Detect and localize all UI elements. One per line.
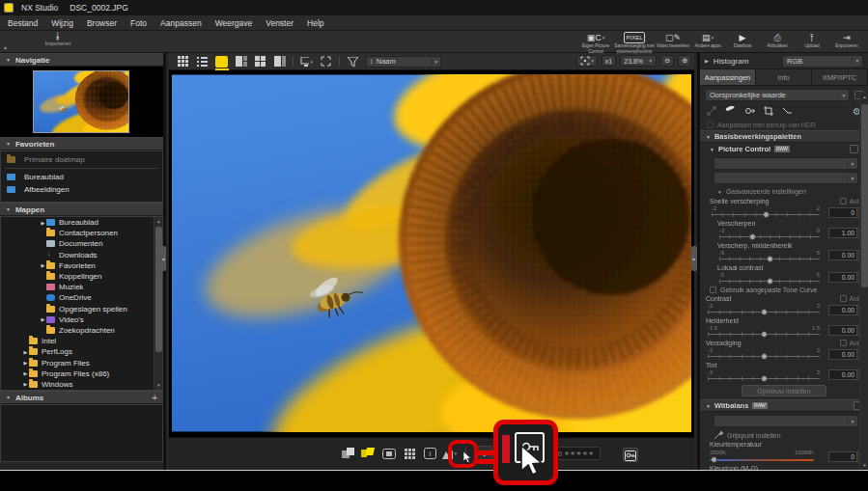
slider-track[interactable]: [717, 233, 822, 240]
info-overlay-icon[interactable]: i: [423, 447, 437, 460]
slider-thumb[interactable]: [761, 331, 768, 338]
auto-checkbox[interactable]: [840, 295, 847, 302]
image-filmstrip-view-icon[interactable]: [235, 56, 247, 68]
albums-header[interactable]: ▼ Albums +: [0, 391, 163, 404]
inspector-scrollbar[interactable]: ▲ ▼: [859, 93, 868, 470]
rating-control[interactable]: 0 ★★★★★: [554, 447, 601, 460]
print-button[interactable]: ⎙ Afdrukken: [760, 32, 795, 48]
witbalans-dropdown[interactable]: ▼: [714, 415, 858, 427]
import-button[interactable]: ⭳ Importeren: [37, 32, 79, 46]
slider-track[interactable]: [706, 309, 822, 315]
basis-section-header[interactable]: ▼ Basisbewerkingspaletten: [700, 130, 868, 143]
second-display-icon[interactable]: ▾: [300, 56, 313, 68]
histogram-channel-dropdown[interactable]: RGB▼: [782, 55, 863, 68]
hdr-checkbox[interactable]: [707, 122, 714, 128]
image-view-icon-active[interactable]: [215, 56, 228, 68]
aspect-frame-icon[interactable]: [381, 447, 396, 460]
menu-weergave[interactable]: Weergave: [215, 18, 253, 28]
menu-wijzig[interactable]: Wijzig: [51, 18, 73, 28]
picture-control-dropdown-1[interactable]: ▼: [714, 157, 858, 170]
tab-xmp-iptc[interactable]: XMP/IPTC: [812, 69, 868, 85]
toolbar-collapse-icon[interactable]: ▲: [3, 44, 8, 50]
favorite-pictures[interactable]: Afbeeldingen: [1, 183, 162, 196]
thumbnail-grid-view-icon[interactable]: [177, 56, 189, 68]
folder-tree-scrollbar[interactable]: ▲ ▼: [154, 217, 162, 390]
add-album-button[interactable]: +: [152, 393, 157, 403]
value-input[interactable]: 0: [828, 451, 857, 462]
tone-curve-checkbox[interactable]: [710, 286, 716, 293]
menu-browser[interactable]: Browser: [87, 18, 117, 28]
color-control-point-icon[interactable]: [744, 102, 755, 120]
advanced-settings-header[interactable]: ▼ Geavanceerde instellingen: [700, 186, 868, 197]
slider-thumb[interactable]: [763, 211, 770, 218]
value-input[interactable]: 0.00: [828, 272, 857, 283]
folder-row-windows[interactable]: ▶Windows: [1, 379, 162, 390]
slider-thumb[interactable]: [711, 456, 717, 463]
value-input[interactable]: 0.00: [828, 369, 857, 380]
picture-control-dropdown-2[interactable]: ▼: [714, 172, 858, 184]
folder-row-contactpersonen[interactable]: Contactpersonen: [1, 228, 162, 238]
sort-dropdown[interactable]: ↕ Naam ▼: [366, 56, 441, 68]
transform-icon[interactable]: [707, 102, 716, 120]
picture-control-header[interactable]: ▼ Picture Control RAW: [700, 143, 868, 155]
folder-row-intel[interactable]: Intel: [1, 336, 162, 346]
scroll-up-icon[interactable]: ▲: [154, 217, 163, 226]
fullscreen-icon[interactable]: [320, 56, 332, 68]
crop-icon[interactable]: [764, 102, 773, 120]
sidebar-splitter-handle[interactable]: ◀: [160, 246, 166, 271]
inspector-splitter-handle[interactable]: ▶: [691, 246, 697, 271]
slider-thumb[interactable]: [761, 375, 768, 382]
value-input[interactable]: 0: [828, 207, 857, 218]
scroll-down-icon[interactable]: ▼: [154, 381, 163, 390]
folder-row-program-files-x86[interactable]: ▶Program Files (x86): [1, 368, 162, 379]
list-view-icon[interactable]: [196, 56, 209, 68]
zoom-out-button[interactable]: ⊖: [660, 55, 674, 67]
export-button[interactable]: ⇥ Exporteren: [829, 32, 864, 48]
slider-track[interactable]: [706, 375, 822, 382]
slider-track[interactable]: [717, 278, 822, 285]
slider-thumb[interactable]: [761, 309, 768, 315]
slider-track[interactable]: [717, 256, 822, 262]
auto-checkbox[interactable]: [840, 340, 847, 346]
zoom-in-button[interactable]: ⊕: [678, 55, 691, 67]
slider-track[interactable]: [706, 331, 822, 338]
value-input[interactable]: 0.00: [828, 250, 857, 260]
menu-venster[interactable]: Venster: [266, 18, 294, 28]
folder-row-zoekopdrachten[interactable]: Zoekopdrachten: [1, 325, 162, 336]
favorite-desktop[interactable]: Bureaublad: [1, 171, 162, 183]
slider-thumb[interactable]: [767, 256, 773, 262]
scroll-up-icon[interactable]: ▲: [860, 93, 868, 101]
mappen-header[interactable]: ▼ Mappen: [0, 203, 163, 216]
witbalans-header[interactable]: ▼ Witbalans RAW: [700, 399, 868, 412]
histogram-header[interactable]: ▶ Histogram RGB▼: [700, 53, 868, 68]
temp-slider[interactable]: [710, 456, 814, 463]
version-dropdown[interactable]: Oorspronkelijke waarde▼: [705, 89, 850, 101]
reset-button[interactable]: Opnieuw instellen: [742, 385, 826, 396]
slider-track[interactable]: [710, 211, 822, 218]
image-info-view-icon[interactable]: [273, 56, 286, 68]
other-apps-button[interactable]: ▤▾ Andere apps: [690, 32, 725, 48]
four-up-view-icon[interactable]: [254, 56, 266, 68]
folder-row-perflogs[interactable]: ▶PerfLogs: [1, 346, 162, 357]
menu-foto[interactable]: Foto: [130, 18, 147, 28]
slider-thumb[interactable]: [767, 278, 773, 285]
folder-row-downloads[interactable]: Downloads: [1, 250, 162, 260]
slider-track[interactable]: [706, 353, 822, 360]
image-canvas[interactable]: [169, 70, 694, 437]
picture-control-checkbox[interactable]: [850, 145, 858, 153]
value-input[interactable]: 1.00: [828, 228, 857, 238]
scroll-down-icon[interactable]: ▼: [860, 461, 868, 470]
straighten-icon[interactable]: [782, 102, 793, 120]
filter-icon[interactable]: [347, 56, 359, 68]
value-input[interactable]: 0.00: [828, 305, 857, 315]
scroll-thumb[interactable]: [861, 104, 868, 287]
favorite-primary-folder[interactable]: Primaire doelmap: [1, 153, 162, 166]
value-input[interactable]: 0.00: [828, 349, 857, 360]
pixel-shift-button[interactable]: PIXEL Samenvoeging met pixelverschuiving: [613, 32, 656, 54]
tab-info[interactable]: Info: [756, 69, 812, 85]
navigatie-header[interactable]: ▼ Navigatie: [0, 53, 163, 67]
video-edit-button[interactable]: ▢✎ Video bewerken: [656, 32, 690, 48]
picture-control-indicator-button[interactable]: [623, 448, 638, 462]
value-input[interactable]: 0.00: [828, 325, 857, 336]
folder-row-koppelingen[interactable]: Koppelingen: [1, 271, 162, 282]
